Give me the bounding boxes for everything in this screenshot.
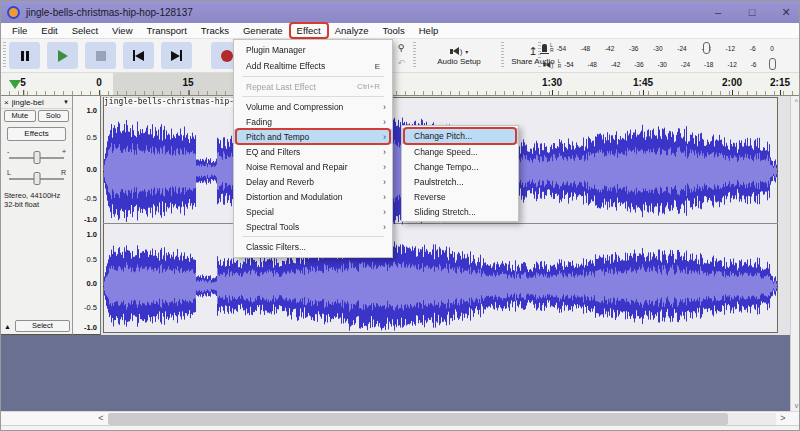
menu-item-label: Change Tempo...: [414, 162, 506, 172]
skip-to-start-button[interactable]: [123, 42, 154, 69]
toolbar-grabber[interactable]: [501, 42, 504, 69]
meter-db-label: -24: [677, 45, 686, 52]
menu-shortcut: E: [375, 62, 380, 71]
menu-generate[interactable]: Generate: [236, 24, 290, 37]
menu-item-noise-removal-and-repair[interactable]: Noise Removal and Repair ›: [234, 159, 392, 174]
meter-db-label: -42: [611, 61, 620, 68]
menu-item-paulstretch[interactable]: Paulstretch...: [402, 174, 518, 189]
menu-view[interactable]: View: [105, 24, 139, 37]
close-button[interactable]: ✕: [779, 6, 793, 19]
menu-analyze[interactable]: Analyze: [328, 24, 376, 37]
meter-channel-right: R: [550, 48, 554, 53]
meter-db-label: -54: [564, 61, 573, 68]
menu-select[interactable]: Select: [65, 24, 105, 37]
menu-item-label: Fading: [246, 117, 380, 127]
menu-item-sliding-stretch[interactable]: Sliding Stretch...: [402, 204, 518, 219]
play-button[interactable]: [47, 42, 78, 69]
ruler-label: 0.5: [87, 133, 97, 142]
toolbar-grabber[interactable]: [3, 42, 6, 69]
menu-item-spectral-tools[interactable]: Spectral Tools ›: [234, 219, 392, 234]
maximize-button[interactable]: □: [745, 6, 759, 18]
scroll-right-icon[interactable]: >: [776, 412, 790, 426]
menu-item-volume-and-compression[interactable]: Volume and Compression ›: [234, 99, 392, 114]
meter-db-label: -24: [681, 61, 690, 68]
track-name[interactable]: jingle-bel: [12, 98, 60, 107]
undo-icon[interactable]: ↶: [392, 56, 410, 71]
pan-slider-thumb[interactable]: [33, 172, 40, 185]
menu-item-add-realtime-effects[interactable]: Add Realtime Effects E: [234, 58, 392, 74]
ruler-label: -1.0: [84, 323, 97, 332]
menu-help[interactable]: Help: [412, 24, 446, 37]
toolbar-grabber[interactable]: [413, 42, 416, 69]
pause-button[interactable]: [9, 42, 40, 69]
menu-transport[interactable]: Transport: [140, 24, 194, 37]
meter-db-label: -30: [657, 61, 666, 68]
menu-effect[interactable]: Effect: [290, 24, 328, 37]
vertical-scrollbar[interactable]: ^ v: [790, 96, 800, 411]
menu-item-plugin-manager[interactable]: Plugin Manager: [234, 42, 392, 58]
track-close-icon[interactable]: ×: [4, 98, 9, 107]
select-track-button[interactable]: Select: [15, 320, 70, 332]
audio-setup-label: Audio Setup: [437, 57, 481, 66]
ruler-label: 0.0: [87, 165, 97, 174]
stop-button[interactable]: [85, 42, 116, 69]
menu-item-pitch-and-tempo[interactable]: Pitch and Tempo ›: [234, 129, 392, 144]
mute-button[interactable]: Mute: [4, 110, 36, 122]
pitch-and-tempo-submenu: Change Pitch... Change Speed... Change T…: [401, 125, 519, 222]
timeline-label: 15: [182, 77, 193, 88]
solo-button[interactable]: Solo: [38, 110, 70, 122]
menu-item-classic-filters[interactable]: Classic Filters...: [234, 239, 392, 255]
menu-item-change-pitch[interactable]: Change Pitch...: [402, 128, 518, 144]
menu-item-fading[interactable]: Fading ›: [234, 114, 392, 129]
menu-tracks[interactable]: Tracks: [194, 24, 236, 37]
effects-button[interactable]: Effects: [7, 127, 66, 141]
playback-volume-slider[interactable]: [769, 58, 776, 70]
timeline-ruler[interactable]: 5 0 15 1:30 1:45 2:00 2:15: [1, 73, 800, 96]
playback-meter-scale: -54-48-42-36-30-24-18-12-60: [564, 61, 778, 68]
scroll-up-icon[interactable]: ^: [791, 98, 800, 105]
menu-item-delay-and-reverb[interactable]: Delay and Reverb ›: [234, 174, 392, 189]
menu-item-eq-and-filters[interactable]: EQ and Filters ›: [234, 144, 392, 159]
timeline-options-icon[interactable]: [9, 80, 21, 89]
ruler-label: 1.0: [87, 106, 97, 115]
collapse-track-icon[interactable]: ▲: [4, 323, 11, 330]
horizontal-scrollbar[interactable]: < >: [1, 411, 800, 425]
gain-slider[interactable]: - +: [7, 148, 66, 162]
horizontal-scrollbar-thumb[interactable]: [108, 413, 728, 425]
menu-item-change-speed[interactable]: Change Speed...: [402, 144, 518, 159]
vertical-ruler[interactable]: 1.0 0.5 0.0 -0.5 -1.0 1.0 0.5 0.0 -0.5 -…: [73, 96, 101, 335]
gain-max-label: +: [62, 148, 66, 155]
menu-file[interactable]: File: [5, 24, 34, 37]
pan-slider[interactable]: L R: [7, 169, 66, 183]
toolbar-grabber[interactable]: [538, 42, 541, 69]
zoom-tool-icon[interactable]: ⚲: [392, 41, 410, 56]
menu-item-label: Reverse: [414, 192, 506, 202]
audio-setup-button[interactable]: ) ▾ Audio Setup: [419, 41, 499, 71]
menu-item-special[interactable]: Special ›: [234, 204, 392, 219]
scroll-down-icon[interactable]: v: [791, 402, 800, 409]
recording-volume-slider[interactable]: [703, 42, 710, 54]
speaker-icon: ): [543, 60, 553, 67]
meter-db-label: -6: [751, 61, 757, 68]
menu-item-change-tempo[interactable]: Change Tempo...: [402, 159, 518, 174]
gain-slider-thumb[interactable]: [33, 151, 40, 164]
minimize-button[interactable]: –: [711, 6, 725, 18]
menu-item-label: Pitch and Tempo: [246, 132, 380, 142]
menu-item-reverse[interactable]: Reverse: [402, 189, 518, 204]
track-menu-dropdown-icon[interactable]: ▼: [63, 99, 69, 105]
recording-meter[interactable]: L R -54-48-42-36-30-24-18-12-60: [542, 40, 778, 56]
menu-edit[interactable]: Edit: [34, 24, 64, 37]
pause-icon: [21, 51, 29, 61]
menu-item-distortion-and-modulation[interactable]: Distortion and Modulation ›: [234, 189, 392, 204]
menu-tools[interactable]: Tools: [376, 24, 412, 37]
skip-to-end-button[interactable]: [161, 42, 192, 69]
menu-item-label: EQ and Filters: [246, 147, 380, 157]
submenu-arrow-icon: ›: [383, 147, 386, 157]
playback-meter[interactable]: ) L R -54-48-42-36-30-24-18-12-60: [542, 56, 778, 72]
track-control-panel: × jingle-bel ▼ Mute Solo Effects - + L R: [1, 96, 73, 335]
meter-db-label: -48: [581, 45, 590, 52]
horizontal-scrollbar-track[interactable]: [728, 413, 776, 425]
submenu-arrow-icon: ›: [383, 192, 386, 202]
scroll-left-icon[interactable]: <: [94, 412, 108, 426]
meter-db-label: -54: [557, 45, 566, 52]
